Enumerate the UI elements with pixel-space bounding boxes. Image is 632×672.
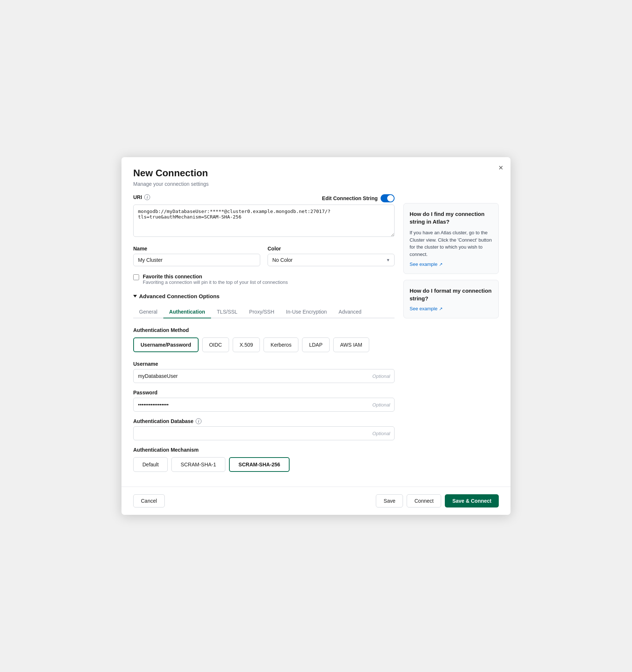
sidebar-card-atlas-title: How do I find my connection string in At… — [410, 210, 493, 225]
tab-proxy-ssh[interactable]: Proxy/SSH — [243, 306, 280, 318]
username-field: Username Optional — [133, 361, 395, 383]
sidebar-card-atlas-text: If you have an Atlas cluster, go to the … — [410, 229, 493, 258]
modal-header: New Connection Manage your connection se… — [121, 157, 511, 194]
mechanism-scram-sha1[interactable]: SCRAM-SHA-1 — [171, 457, 225, 472]
auth-database-label: Authentication Database i — [133, 418, 395, 424]
password-label: Password — [133, 390, 395, 395]
uri-info-icon: i — [144, 194, 150, 200]
mechanism-row: Default SCRAM-SHA-1 SCRAM-SHA-256 — [133, 457, 395, 472]
auth-method-label: Authentication Method — [133, 327, 395, 333]
connect-button[interactable]: Connect — [407, 494, 441, 507]
color-select-wrapper: No Color Red Orange Yellow Green Blue Pu… — [268, 254, 395, 266]
sidebar-card-format: How do I format my connection string? Se… — [403, 280, 499, 318]
auth-mechanism-label: Authentication Mechanism — [133, 447, 395, 453]
uri-row: URI i Edit Connection String — [133, 194, 395, 202]
tab-advanced[interactable]: Advanced — [333, 306, 367, 318]
name-input[interactable] — [133, 254, 260, 266]
username-input-wrap: Optional — [133, 369, 395, 383]
auth-database-input-wrap: Optional — [133, 426, 395, 440]
name-label: Name — [133, 246, 260, 252]
tab-in-use-encryption[interactable]: In-Use Encryption — [280, 306, 333, 318]
auth-method-x509[interactable]: X.509 — [233, 337, 260, 352]
cancel-button[interactable]: Cancel — [133, 494, 165, 507]
password-input[interactable] — [133, 398, 395, 412]
name-field-group: Name — [133, 246, 260, 266]
auth-method-username-password[interactable]: Username/Password — [133, 337, 199, 352]
name-color-row: Name Color No Color Red Orange Yellow Gr… — [133, 246, 395, 266]
auth-method-oidc[interactable]: OIDC — [202, 337, 229, 352]
external-link-icon-2: ↗ — [439, 306, 443, 311]
modal-subtitle: Manage your connection settings — [133, 181, 208, 187]
password-field: Password Optional — [133, 390, 395, 412]
sidebar-card-format-link[interactable]: See example ↗ — [410, 306, 493, 311]
external-link-icon-1: ↗ — [439, 262, 443, 267]
tab-authentication[interactable]: Authentication — [163, 306, 211, 318]
auth-database-field: Authentication Database i Optional — [133, 418, 395, 440]
footer-right: Save Connect Save & Connect — [376, 494, 499, 507]
edit-connection-toggle[interactable] — [381, 194, 395, 202]
auth-method-aws-iam[interactable]: AWS IAM — [333, 337, 369, 352]
auth-database-info-icon: i — [196, 418, 201, 424]
tab-tls-ssl[interactable]: TLS/SSL — [211, 306, 243, 318]
auth-database-input[interactable] — [133, 426, 395, 440]
color-field-group: Color No Color Red Orange Yellow Green B… — [268, 246, 395, 266]
sidebar: How do I find my connection string in At… — [403, 194, 499, 482]
footer-left: Cancel — [133, 494, 165, 507]
modal-footer: Cancel Save Connect Save & Connect — [121, 487, 511, 515]
auth-method-ldap[interactable]: LDAP — [302, 337, 330, 352]
mechanism-scram-sha256[interactable]: SCRAM-SHA-256 — [229, 457, 290, 472]
username-input[interactable] — [133, 369, 395, 383]
advanced-options-label: Advanced Connection Options — [139, 293, 219, 299]
new-connection-modal: New Connection Manage your connection se… — [121, 157, 511, 515]
edit-connection-string-label: Edit Connection String — [322, 194, 395, 202]
favorite-text: Favorite this connection Favoriting a co… — [143, 274, 288, 285]
password-input-wrap: Optional — [133, 398, 395, 412]
main-content: URI i Edit Connection String mongodb://m… — [133, 194, 395, 482]
favorite-title: Favorite this connection — [143, 274, 288, 279]
close-button[interactable]: × — [498, 164, 503, 172]
favorite-row: Favorite this connection Favoriting a co… — [133, 274, 395, 285]
color-select[interactable]: No Color Red Orange Yellow Green Blue Pu… — [268, 254, 395, 266]
mechanism-default[interactable]: Default — [133, 457, 168, 472]
chevron-down-icon — [133, 295, 137, 297]
sidebar-card-format-title: How do I format my connection string? — [410, 287, 493, 302]
uri-label: URI i — [133, 194, 150, 200]
tab-general[interactable]: General — [133, 306, 163, 318]
favorite-checkbox[interactable] — [133, 274, 139, 280]
auth-methods-group: Username/Password OIDC X.509 Kerberos LD… — [133, 337, 395, 352]
sidebar-card-atlas: How do I find my connection string in At… — [403, 203, 499, 274]
uri-input[interactable]: mongodb://myDatabaseUser:*****@cluster0.… — [133, 205, 395, 237]
color-label: Color — [268, 246, 395, 252]
sidebar-card-atlas-link[interactable]: See example ↗ — [410, 261, 493, 267]
modal-title: New Connection — [133, 167, 208, 179]
save-connect-button[interactable]: Save & Connect — [445, 494, 499, 507]
save-button[interactable]: Save — [376, 494, 403, 507]
favorite-description: Favoriting a connection will pin it to t… — [143, 279, 288, 285]
advanced-connection-options-toggle[interactable]: Advanced Connection Options — [133, 293, 395, 299]
modal-body: URI i Edit Connection String mongodb://m… — [121, 194, 511, 482]
tabs-bar: General Authentication TLS/SSL Proxy/SSH… — [133, 306, 395, 318]
username-label: Username — [133, 361, 395, 367]
auth-method-kerberos[interactable]: Kerberos — [264, 337, 298, 352]
